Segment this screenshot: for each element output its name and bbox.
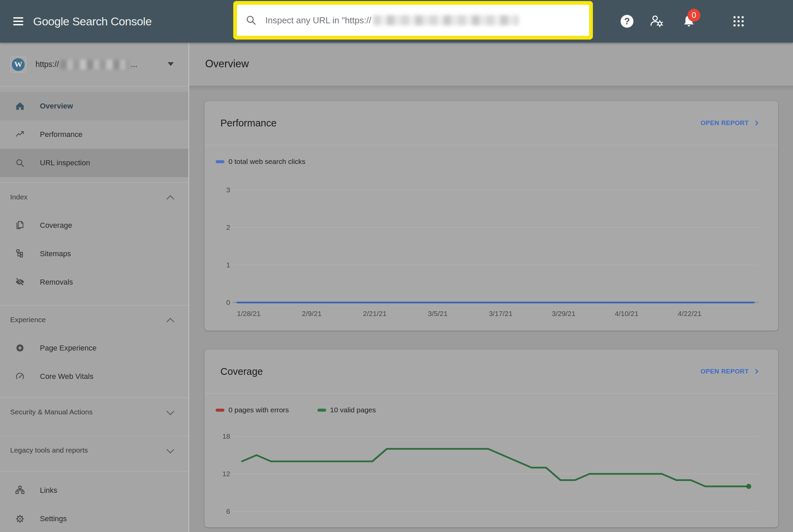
sidebar-section-header-security-manual-actions[interactable]: Security & Manual Actions	[0, 398, 188, 426]
chevron-up-icon	[167, 195, 174, 203]
x-tick-label: 1/28/21	[237, 310, 261, 317]
legend-item: 0 total web search clicks	[216, 157, 306, 166]
avatar-blur-image	[758, 10, 782, 33]
x-tick-label: 4/10/21	[615, 310, 639, 317]
url-inspection-icon	[15, 158, 25, 168]
search-highlight-annotation: Inspect any URL in "https://	[233, 1, 593, 40]
sidebar-item-label: Removals	[40, 278, 73, 287]
sidebar: W https:// ... OverviewPerformanceURL in…	[0, 43, 188, 532]
x-tick-label: 4/22/21	[678, 310, 701, 317]
legend-item: 10 valid pages	[317, 406, 376, 414]
sidebar-item-page-experience[interactable]: Page Experience	[0, 334, 188, 362]
main-content: Overview Performance OPEN REPORT	[189, 43, 793, 532]
logo-product: Search Console	[72, 15, 152, 28]
logo-google: Google	[33, 15, 69, 28]
help-button[interactable]: ?	[620, 14, 635, 29]
sidebar-item-coverage[interactable]: Coverage	[0, 211, 188, 240]
redacted-url-blur	[373, 15, 518, 25]
card-title: Coverage	[220, 366, 263, 377]
sidebar-item-performance[interactable]: Performance	[0, 120, 188, 149]
wordpress-icon: W	[12, 58, 25, 71]
sidebar-section: IndexCoverageSitemapsRemovals	[0, 183, 188, 305]
user-settings-button[interactable]	[648, 13, 664, 30]
links-icon	[15, 486, 25, 495]
sidebar-section: OverviewPerformanceURL inspection	[0, 87, 188, 183]
chevron-up-icon	[167, 318, 174, 326]
performance-card: Performance OPEN REPORT 0 total web sear…	[205, 101, 778, 330]
sidebar-item-sitemaps[interactable]: Sitemaps	[0, 240, 188, 268]
user-gear-icon	[648, 13, 664, 30]
coverage-card: Coverage OPEN REPORT 0 pages with errors…	[205, 349, 778, 527]
topbar: Google Search Console Inspect any URL in…	[0, 0, 793, 43]
performance-legend: 0 total web search clicks	[216, 155, 778, 168]
chevron-right-icon	[753, 119, 760, 127]
core-web-vitals-icon	[15, 372, 25, 382]
sidebar-item-links[interactable]: Links	[0, 476, 188, 505]
sidebar-item-label: Sitemaps	[40, 249, 71, 258]
sidebar-section: Legacy tools and reports	[0, 436, 188, 471]
property-icon-frame: W	[10, 56, 26, 73]
y-tick-label: 6	[226, 507, 230, 515]
app-logo[interactable]: Google Search Console	[33, 0, 152, 43]
search-placeholder: Inspect any URL in "https://	[265, 15, 371, 26]
sidebar-section-header-index[interactable]: Index	[0, 183, 188, 211]
menu-button[interactable]	[11, 13, 27, 30]
coverage-chart: 18126	[205, 417, 778, 527]
avatar[interactable]	[758, 10, 782, 33]
chevron-down-icon	[167, 446, 174, 454]
sidebar-item-overview[interactable]: Overview	[0, 92, 188, 120]
chevron-right-icon	[753, 368, 760, 375]
coverage-legend: 0 pages with errors10 valid pages	[216, 403, 778, 417]
section-label: Legacy tools and reports	[10, 446, 88, 454]
x-tick-label: 3/17/21	[489, 310, 512, 317]
y-tick-label: 3	[226, 186, 230, 194]
sidebar-item-label: URL inspection	[40, 158, 90, 167]
open-report-performance[interactable]: OPEN REPORT	[698, 119, 762, 127]
svg-text:?: ?	[624, 16, 630, 26]
legend-label: 0 total web search clicks	[228, 157, 306, 166]
x-tick-label: 2/21/21	[363, 310, 387, 317]
sidebar-item-label: Links	[40, 486, 57, 495]
sidebar-item-label: Overview	[40, 102, 73, 111]
home-icon	[15, 101, 25, 111]
apps-button[interactable]	[731, 14, 746, 29]
sidebar-item-label: Coverage	[40, 221, 72, 230]
section-label: Index	[10, 193, 27, 201]
sidebar-section-header-experience[interactable]: Experience	[0, 306, 188, 334]
legend-item: 0 pages with errors	[216, 406, 289, 414]
page-title: Overview	[205, 58, 249, 70]
y-tick-label: 2	[226, 223, 230, 231]
apps-grid-icon	[731, 14, 746, 29]
sitemaps-icon	[15, 249, 25, 259]
divider	[205, 145, 778, 145]
sidebar-item-label: Settings	[40, 514, 67, 523]
hamburger-icon	[13, 17, 23, 19]
legend-dash	[317, 408, 326, 412]
sidebar-item-url-inspection[interactable]: URL inspection	[0, 149, 188, 177]
notification-badge: 0	[687, 9, 700, 22]
sidebar-section: Security & Manual Actions	[0, 398, 188, 436]
sidebar-section-header-legacy-tools-and-reports[interactable]: Legacy tools and reports	[0, 436, 188, 464]
performance-chart: 32101/28/212/9/212/21/213/5/213/17/213/2…	[205, 168, 778, 330]
y-tick-label: 1	[226, 261, 230, 269]
performance-icon	[15, 130, 25, 139]
property-selector[interactable]: W https:// ...	[0, 43, 188, 86]
sidebar-item-settings[interactable]: Settings	[0, 505, 188, 532]
sidebar-item-removals[interactable]: Removals	[0, 268, 188, 297]
chevron-down-icon	[167, 407, 174, 415]
page-experience-icon	[15, 343, 25, 353]
help-icon: ?	[620, 14, 635, 29]
url-inspection-input[interactable]: Inspect any URL in "https://	[237, 5, 589, 36]
settings-icon	[15, 514, 25, 524]
chevron-down-icon	[168, 62, 174, 66]
card-title: Performance	[220, 118, 277, 129]
section-label: Security & Manual Actions	[10, 408, 93, 416]
sidebar-item-core-web-vitals[interactable]: Core Web Vitals	[0, 362, 188, 391]
search-icon	[246, 15, 257, 26]
removals-icon	[15, 277, 25, 287]
redacted-property-blur	[60, 60, 130, 69]
y-tick-label: 18	[222, 432, 230, 440]
sidebar-nav: OverviewPerformanceURL inspectionIndexCo…	[0, 87, 188, 532]
x-tick-label: 3/5/21	[428, 310, 448, 317]
open-report-coverage[interactable]: OPEN REPORT	[698, 367, 762, 376]
